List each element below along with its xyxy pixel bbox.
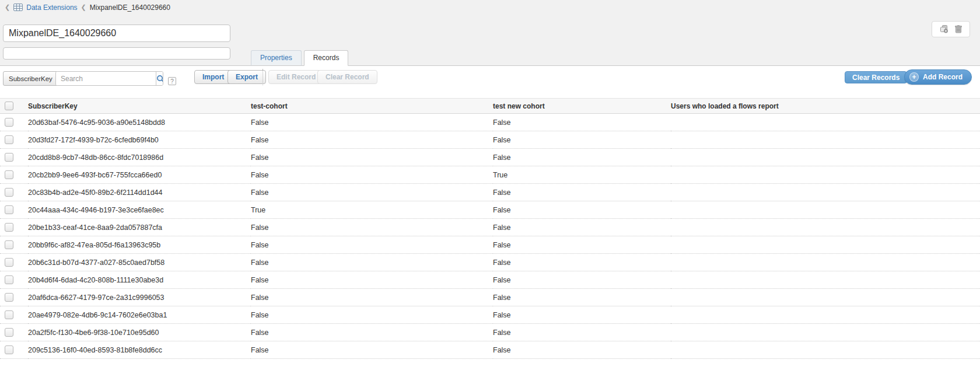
row-checkbox[interactable] <box>5 310 13 319</box>
copy-icon[interactable] <box>940 25 949 33</box>
column-header-test-new-cohort: test new cohort <box>493 99 671 114</box>
search-field-value: SubscriberKey <box>9 75 52 82</box>
table-row[interactable]: 20ae4979-082e-4db6-9c14-7602e6e03ba1 Fal… <box>0 306 980 324</box>
cell-test-cohort: False <box>251 114 493 131</box>
search-box <box>55 71 163 86</box>
cell-test-cohort: False <box>251 149 493 166</box>
cell-users-flows-report <box>671 236 980 254</box>
tab-bar: Properties Records <box>251 50 348 66</box>
cell-test-cohort: False <box>251 341 493 359</box>
cell-users-flows-report <box>671 166 980 184</box>
table-row[interactable]: 20c83b4b-ad2e-45f0-89b2-6f2114dd1d44 Fal… <box>0 184 980 201</box>
add-record-button[interactable]: + Add Record <box>904 69 972 85</box>
row-checkbox[interactable] <box>5 240 13 249</box>
cell-subscriber-key: 20be1b33-ceaf-41ce-8aa9-2da057887cfa <box>28 219 251 236</box>
row-checkbox[interactable] <box>5 258 13 267</box>
export-button[interactable]: Export <box>228 70 266 84</box>
cell-users-flows-report <box>671 254 980 271</box>
column-header-test-cohort: test-cohort <box>251 99 493 114</box>
add-record-label: Add Record <box>923 73 963 81</box>
clear-record-button[interactable]: Clear Record <box>317 70 377 84</box>
row-checkbox[interactable] <box>5 135 13 144</box>
help-icon[interactable]: ? <box>168 77 176 85</box>
cell-users-flows-report <box>671 271 980 289</box>
search-button[interactable] <box>156 72 163 85</box>
data-extension-name-input[interactable] <box>3 25 230 42</box>
select-all-checkbox[interactable] <box>5 102 13 110</box>
cell-users-flows-report <box>671 114 980 131</box>
cell-subscriber-key: 20d63baf-5476-4c95-9036-a90e5148bdd8 <box>28 114 251 131</box>
trash-icon[interactable] <box>955 25 962 33</box>
table-row[interactable]: 20c44aaa-434c-4946-b197-3e3ce6fae8ec Tru… <box>0 201 980 219</box>
cell-test-cohort: False <box>251 271 493 289</box>
cell-test-cohort: True <box>251 201 493 219</box>
cell-test-new-cohort: False <box>493 324 671 341</box>
cell-test-cohort: False <box>251 324 493 341</box>
cell-test-cohort: False <box>251 289 493 306</box>
tab-records[interactable]: Records <box>304 50 349 66</box>
table-row[interactable]: 209c5136-16f0-40ed-8593-81b8fe8dd6cc Fal… <box>0 341 980 359</box>
row-checkbox[interactable] <box>5 328 13 337</box>
row-checkbox[interactable] <box>5 188 13 197</box>
table-header-row: SubscriberKey test-cohort test new cohor… <box>0 99 980 114</box>
row-checkbox[interactable] <box>5 205 13 214</box>
cell-subscriber-key: 20c83b4b-ad2e-45f0-89b2-6f2114dd1d44 <box>28 184 251 201</box>
table-body: 20d63baf-5476-4c95-9036-a90e5148bdd8 Fal… <box>0 114 980 359</box>
cell-test-cohort: False <box>251 219 493 236</box>
row-checkbox[interactable] <box>5 293 13 302</box>
table-row[interactable]: 20bb9f6c-af82-47ea-805d-f6a13963c95b Fal… <box>0 236 980 254</box>
table-row[interactable]: 20be1b33-ceaf-41ce-8aa9-2da057887cfa Fal… <box>0 219 980 236</box>
magnifier-icon <box>156 75 163 83</box>
cell-users-flows-report <box>671 341 980 359</box>
cell-subscriber-key: 20c44aaa-434c-4946-b197-3e3ce6fae8ec <box>28 201 251 219</box>
import-button[interactable]: Import <box>194 70 232 84</box>
row-checkbox[interactable] <box>5 153 13 162</box>
clear-records-button[interactable]: Clear Records <box>845 71 907 83</box>
table-row[interactable]: 20d3fd27-172f-4939-b72c-6cfedb69f4b0 Fal… <box>0 131 980 149</box>
cell-test-new-cohort: False <box>493 306 671 324</box>
table-row[interactable]: 20b4d6f4-6dad-4c20-808b-1111e30abe3d Fal… <box>0 271 980 289</box>
cell-test-new-cohort: False <box>493 201 671 219</box>
tab-properties[interactable]: Properties <box>251 50 302 66</box>
breadcrumb-current: MixpanelDE_1640029660 <box>90 4 170 12</box>
table-row[interactable]: 20b6c31d-b07d-4377-a027-85c0aed7bf58 Fal… <box>0 254 980 271</box>
row-checkbox[interactable] <box>5 223 13 232</box>
column-header-subscriberkey: SubscriberKey <box>28 99 251 114</box>
cell-users-flows-report <box>671 149 980 166</box>
cell-users-flows-report <box>671 201 980 219</box>
page-header: ❮ Data Extensions ❮ MixpanelDE_164002966… <box>0 0 980 66</box>
cell-test-cohort: False <box>251 166 493 184</box>
cell-users-flows-report <box>671 324 980 341</box>
cell-subscriber-key: 20d3fd27-172f-4939-b72c-6cfedb69f4b0 <box>28 131 251 149</box>
cell-users-flows-report <box>671 184 980 201</box>
cell-subscriber-key: 20a2f5fc-f130-4be6-9f38-10e710e95d60 <box>28 324 251 341</box>
row-checkbox[interactable] <box>5 170 13 179</box>
table-row[interactable]: 20cb2bb9-9ee6-493f-bc67-755fcca66ed0 Fal… <box>0 166 980 184</box>
back-chevron-icon[interactable]: ❮ <box>5 4 10 11</box>
cell-users-flows-report <box>671 131 980 149</box>
table-row[interactable]: 20af6dca-6627-4179-97ce-2a31c9996053 Fal… <box>0 289 980 306</box>
cell-subscriber-key: 20b6c31d-b07d-4377-a027-85c0aed7bf58 <box>28 254 251 271</box>
row-checkbox[interactable] <box>5 275 13 284</box>
row-checkbox[interactable] <box>5 118 13 127</box>
search-input[interactable] <box>56 72 156 85</box>
data-extension-description-input[interactable] <box>3 47 230 60</box>
breadcrumb-data-extensions-link[interactable]: Data Extensions <box>26 4 77 12</box>
plus-icon: + <box>909 72 919 82</box>
cell-test-new-cohort: False <box>493 114 671 131</box>
cell-test-new-cohort: False <box>493 184 671 201</box>
toolbar-divider <box>262 69 263 85</box>
cell-test-cohort: False <box>251 254 493 271</box>
edit-record-button[interactable]: Edit Record <box>268 70 324 84</box>
cell-test-cohort: False <box>251 184 493 201</box>
data-extension-grid-icon <box>13 4 23 11</box>
table-row[interactable]: 20a2f5fc-f130-4be6-9f38-10e710e95d60 Fal… <box>0 324 980 341</box>
table-row[interactable]: 20cdd8b8-9cb7-48db-86cc-8fdc7018986d Fal… <box>0 149 980 166</box>
table-row[interactable]: 20d63baf-5476-4c95-9036-a90e5148bdd8 Fal… <box>0 114 980 131</box>
cell-test-new-cohort: False <box>493 149 671 166</box>
header-actions <box>932 21 970 37</box>
cell-test-new-cohort: False <box>493 131 671 149</box>
cell-subscriber-key: 209c5136-16f0-40ed-8593-81b8fe8dd6cc <box>28 341 251 359</box>
row-checkbox[interactable] <box>5 345 13 354</box>
cell-subscriber-key: 20cdd8b8-9cb7-48db-86cc-8fdc7018986d <box>28 149 251 166</box>
